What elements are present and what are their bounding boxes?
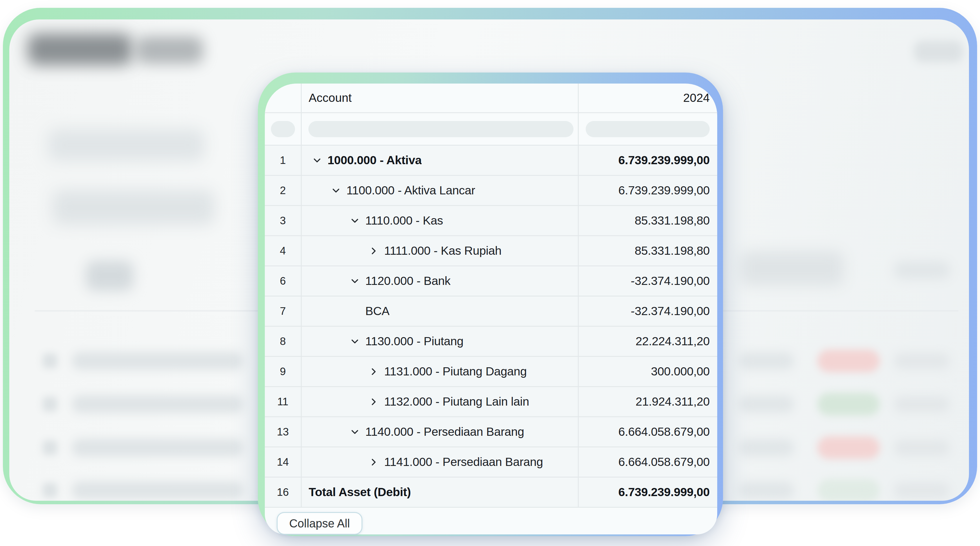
table-row[interactable]: 6 1120.000 - Bank -32.374.190,00 xyxy=(265,266,717,297)
status-badge-green-blurred xyxy=(818,393,880,416)
report-modal-content: Account 2024 1 xyxy=(265,84,717,534)
table-row[interactable]: 16 Total Asset (Debit) 6.739.239.999,00 xyxy=(265,478,717,508)
filter-cell-number xyxy=(265,113,302,145)
column-header-account: Account xyxy=(302,84,579,112)
row-number: 8 xyxy=(265,327,302,356)
account-label: 1140.000 - Persediaan Barang xyxy=(365,425,524,439)
chevron-right-icon[interactable] xyxy=(368,396,379,407)
account-label: 1100.000 - Aktiva Lancar xyxy=(347,184,475,197)
account-label: 1131.000 - Piutang Dagang xyxy=(384,365,527,378)
table-header-row: Account 2024 xyxy=(265,84,717,113)
row-value: 85.331.198,80 xyxy=(579,206,717,235)
status-badge-red-blurred xyxy=(818,436,880,459)
account-label: 1111.000 - Kas Rupiah xyxy=(384,244,501,258)
chevron-right-icon[interactable] xyxy=(368,457,379,468)
blurred-row-cell-right xyxy=(894,353,950,369)
row-number: 4 xyxy=(265,236,302,265)
chevron-down-icon[interactable] xyxy=(312,155,323,166)
table-rows: 1 1000.000 - Aktiva 6.739.239.999,00 2 1… xyxy=(265,146,717,508)
blurred-page-title-part2 xyxy=(137,36,203,64)
table-row[interactable]: 8 1130.000 - Piutang 22.224.311,20 xyxy=(265,327,717,357)
account-label: BCA xyxy=(365,304,390,318)
account-cell: 1140.000 - Persediaan Barang xyxy=(302,417,579,446)
blurred-form-label-2 xyxy=(52,190,215,225)
blurred-column-header-1 xyxy=(741,251,844,286)
row-value: 21.924.311,20 xyxy=(579,387,717,416)
row-value: 22.224.311,20 xyxy=(579,327,717,356)
blurred-row-cell xyxy=(739,439,794,456)
account-label: 1120.000 - Bank xyxy=(365,274,450,288)
collapse-all-button[interactable]: Collapse All xyxy=(277,512,363,535)
blurred-row-cell-right xyxy=(894,396,950,412)
blurred-row-checkbox xyxy=(42,353,57,368)
table-row[interactable]: 1 1000.000 - Aktiva 6.739.239.999,00 xyxy=(265,146,717,176)
account-cell: Total Asset (Debit) xyxy=(302,478,579,507)
blurred-row-checkbox xyxy=(42,397,57,412)
row-number: 7 xyxy=(265,297,302,326)
row-value: -32.374.190,00 xyxy=(579,297,717,326)
blurred-page-title xyxy=(28,33,132,65)
table-row[interactable]: 3 1110.000 - Kas 85.331.198,80 xyxy=(265,206,717,236)
account-label: 1130.000 - Piutang xyxy=(365,335,463,348)
row-number: 2 xyxy=(265,176,302,205)
table-row[interactable]: 7 BCA -32.374.190,00 xyxy=(265,297,717,327)
filter-cell-year xyxy=(579,113,717,145)
year-filter-input-skeleton[interactable] xyxy=(585,121,710,137)
account-cell: 1110.000 - Kas xyxy=(302,206,579,235)
chevron-right-icon[interactable] xyxy=(368,366,379,377)
chevron-right-icon[interactable] xyxy=(368,246,379,257)
blurred-row-checkbox xyxy=(42,440,57,455)
account-cell: 1141.000 - Persediaan Barang xyxy=(302,448,579,477)
filter-input-skeleton[interactable] xyxy=(271,121,295,137)
page: Account 2024 1 xyxy=(0,0,980,546)
account-cell: 1132.000 - Piutang Lain lain xyxy=(302,387,579,416)
table-row[interactable]: 2 1100.000 - Aktiva Lancar 6.739.239.999… xyxy=(265,176,717,206)
row-number: 1 xyxy=(265,146,302,175)
account-cell: 1100.000 - Aktiva Lancar xyxy=(302,176,579,205)
row-value: 6.664.058.679,00 xyxy=(579,417,717,446)
row-value: 6.739.239.999,00 xyxy=(579,478,717,507)
row-number: 6 xyxy=(265,266,302,296)
row-number: 13 xyxy=(265,417,302,446)
table-row[interactable]: 14 1141.000 - Persediaan Barang 6.664.05… xyxy=(265,448,717,478)
blurred-row-cell xyxy=(739,482,794,499)
chevron-down-icon[interactable] xyxy=(331,185,342,196)
row-value: 6.739.239.999,00 xyxy=(579,176,717,205)
chevron-down-icon[interactable] xyxy=(349,336,360,347)
account-cell: 1111.000 - Kas Rupiah xyxy=(302,236,579,265)
row-number: 16 xyxy=(265,478,302,507)
blurred-row-text xyxy=(72,439,243,457)
blurred-row-cell xyxy=(739,395,794,413)
table-row[interactable]: 11 1132.000 - Piutang Lain lain 21.924.3… xyxy=(265,387,717,417)
blurred-header-button xyxy=(914,41,963,62)
blurred-row-checkbox xyxy=(42,483,57,498)
account-cell: 1120.000 - Bank xyxy=(302,266,579,296)
account-label: 1132.000 - Piutang Lain lain xyxy=(384,395,529,408)
account-cell: 1131.000 - Piutang Dagang xyxy=(302,357,579,386)
account-filter-input-skeleton[interactable] xyxy=(309,121,573,137)
report-table: Account 2024 1 xyxy=(265,84,717,534)
row-value: 6.664.058.679,00 xyxy=(579,448,717,477)
chevron-down-icon[interactable] xyxy=(349,215,360,226)
report-modal: Account 2024 1 xyxy=(258,73,723,536)
account-cell: BCA xyxy=(302,297,579,326)
blurred-row-text xyxy=(72,481,243,499)
account-cell: 1000.000 - Aktiva xyxy=(302,146,579,175)
account-label: 1000.000 - Aktiva xyxy=(328,154,422,167)
chevron-down-icon[interactable] xyxy=(349,427,360,438)
account-cell: 1130.000 - Piutang xyxy=(302,327,579,356)
row-value: 300.000,00 xyxy=(579,357,717,386)
blurred-form-label-1 xyxy=(48,129,205,161)
row-number: 3 xyxy=(265,206,302,235)
blurred-row-cell-right xyxy=(894,483,950,498)
chevron-down-icon[interactable] xyxy=(349,276,360,287)
blurred-row-text xyxy=(72,395,243,413)
blurred-column-header-2 xyxy=(894,261,950,279)
row-number: 9 xyxy=(265,357,302,386)
status-badge-green-blurred xyxy=(818,479,880,501)
table-row[interactable]: 13 1140.000 - Persediaan Barang 6.664.05… xyxy=(265,417,717,448)
table-row[interactable]: 4 1111.000 - Kas Rupiah 85.331.198,80 xyxy=(265,236,717,266)
row-number-header xyxy=(265,84,302,112)
table-row[interactable]: 9 1131.000 - Piutang Dagang 300.000,00 xyxy=(265,357,717,387)
filter-cell-account xyxy=(302,113,579,145)
